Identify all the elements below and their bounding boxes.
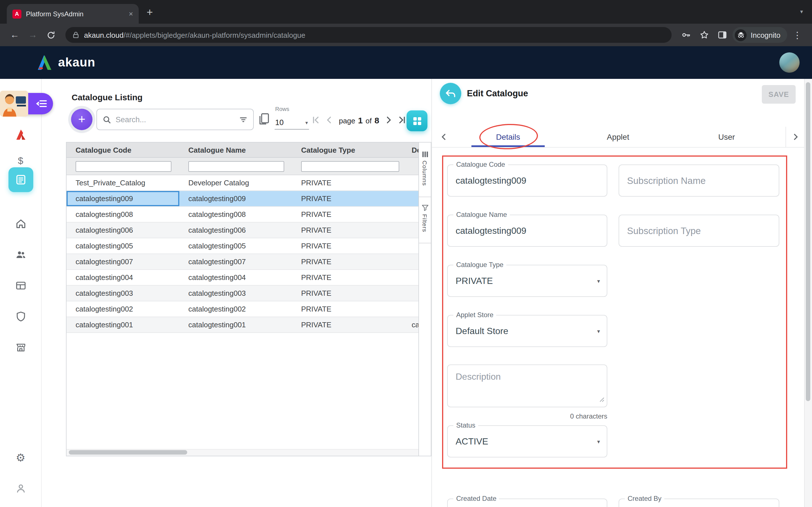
table-row[interactable]: Test_Private_Catalog Developer Catalog P… (66, 175, 431, 191)
sidebar-item-home[interactable] (9, 212, 32, 235)
new-tab-button[interactable]: + (147, 7, 153, 17)
first-page-icon[interactable] (312, 116, 320, 124)
strip-divider (419, 196, 431, 197)
horizontal-scrollbar-thumb[interactable] (69, 450, 187, 455)
add-catalogue-button[interactable]: + (71, 109, 93, 130)
cell-type: PRIVATE (292, 175, 407, 190)
back-nav-icon[interactable]: ← (7, 27, 22, 43)
tab-title: Platform SysAdmin (26, 10, 124, 18)
filter-lines-icon[interactable] (239, 115, 248, 124)
tabs-scroll-right-icon[interactable] (785, 127, 804, 147)
table-row[interactable]: catalogtesting004 catalogtesting004 PRIV… (66, 270, 431, 286)
table-row[interactable]: catalogtesting007 catalogtesting007 PRIV… (66, 254, 431, 270)
sidebar-item-users[interactable] (9, 243, 32, 266)
columns-side-tab[interactable]: Columns (419, 147, 431, 186)
status-select[interactable]: Status ACTIVE ▾ (447, 425, 607, 457)
filter-name-input[interactable] (188, 161, 284, 172)
table-row[interactable]: catalogtesting003 catalogtesting003 PRIV… (66, 286, 431, 301)
filters-label: Filters (421, 214, 428, 232)
cell-name: catalogtesting002 (179, 301, 292, 317)
bookmark-star-icon[interactable] (696, 27, 712, 43)
filter-type-input[interactable] (301, 161, 399, 172)
sidebar-item-security[interactable] (9, 305, 32, 328)
cell-type: PRIVATE (292, 238, 407, 253)
header-catalogue-code[interactable]: Catalogue Code (66, 146, 179, 154)
address-bar[interactable]: akaun.cloud/#/applets/bigledger/akaun-pl… (65, 27, 672, 43)
grid-view-button[interactable] (407, 110, 427, 131)
filter-code-input[interactable] (75, 161, 171, 172)
tab-applet[interactable]: Applet (576, 127, 660, 147)
table-row[interactable]: catalogtesting001 catalogtesting001 PRIV… (66, 317, 431, 333)
catalogue-name-label: Catalogue Name (453, 211, 510, 219)
subscription-type-field[interactable]: Subscription Type (619, 215, 779, 247)
description-textarea[interactable]: Description (447, 364, 607, 407)
cell-name: Developer Catalog (179, 175, 292, 190)
table-row[interactable]: catalogtesting006 catalogtesting006 PRIV… (66, 223, 431, 238)
incognito-badge[interactable]: Incognito (732, 27, 787, 43)
cell-name: catalogtesting004 (179, 270, 292, 285)
save-button[interactable]: SAVE (762, 85, 796, 104)
table-row[interactable]: catalogtesting005 catalogtesting005 PRIV… (66, 238, 431, 254)
chevron-down-icon: ▾ (597, 328, 600, 334)
reload-icon[interactable] (43, 27, 59, 43)
tab-close-icon[interactable]: × (129, 10, 133, 17)
catalogue-code-field[interactable]: Catalogue Code catalogtesting009 (447, 165, 607, 196)
table-row[interactable]: catalogtesting002 catalogtesting002 PRIV… (66, 301, 431, 317)
status-label: Status (453, 421, 478, 429)
tab-user[interactable]: User (686, 127, 767, 147)
app-sidebar: $ (0, 79, 42, 507)
tabs-scroll-left-icon[interactable] (437, 127, 451, 147)
sidebar-item-catalogue-active[interactable] (8, 167, 33, 192)
catalogue-list-icon (15, 174, 26, 185)
horizontal-scrollbar-track[interactable] (66, 449, 418, 456)
assistant-avatar (0, 91, 28, 117)
subscription-name-field[interactable]: Subscription Name (619, 165, 779, 196)
created-by-field[interactable]: Created By (619, 499, 779, 507)
editor-title: Edit Catalogue (467, 89, 528, 99)
table-row-selected[interactable]: catalogtesting009 catalogtesting009 PRIV… (66, 191, 431, 207)
side-panel-icon[interactable] (714, 27, 730, 43)
catalogue-type-select[interactable]: Catalogue Type PRIVATE ▾ (447, 265, 607, 297)
cell-type: PRIVATE (292, 207, 407, 222)
resize-handle-icon[interactable] (599, 394, 605, 404)
vertical-scrollbar-thumb[interactable] (806, 82, 810, 401)
created-date-label: Created Date (453, 495, 499, 503)
browser-menu-icon[interactable]: ⋮ (790, 27, 805, 43)
sidebar-item-cards[interactable] (9, 274, 32, 297)
sidebar-item-profile[interactable] (9, 477, 32, 500)
applet-store-label: Applet Store (453, 311, 496, 319)
sidebar-item-settings[interactable]: ⚙ (9, 446, 32, 469)
pagination: page 1 of 8 (312, 113, 406, 127)
tab-search-chevron-icon[interactable]: ▾ (800, 8, 803, 15)
sidebar-item-applet-red[interactable] (9, 123, 32, 146)
floating-assistant-widget[interactable] (0, 91, 53, 117)
header-catalogue-type[interactable]: Catalogue Type (292, 146, 407, 154)
created-date-field[interactable]: Created Date (447, 499, 607, 507)
filters-side-tab[interactable]: Filters (419, 201, 431, 232)
search-icon (103, 115, 111, 124)
next-page-icon[interactable] (385, 116, 393, 124)
user-avatar[interactable] (779, 52, 800, 73)
catalogue-code-label: Catalogue Code (453, 161, 508, 168)
back-button[interactable] (440, 83, 461, 104)
key-icon[interactable] (678, 27, 694, 43)
person-icon (15, 483, 26, 494)
sidebar-item-store[interactable] (9, 336, 32, 359)
search-input[interactable] (116, 115, 235, 124)
applet-store-value: Default Store (456, 326, 508, 336)
rows-per-page-select[interactable]: Rows 10 ▾ (274, 106, 309, 129)
cell-code: catalogtesting001 (66, 317, 179, 332)
catalogue-name-field[interactable]: Catalogue Name catalogtesting009 (447, 215, 607, 247)
table-row[interactable]: catalogtesting008 catalogtesting008 PRIV… (66, 207, 431, 223)
browser-tab[interactable]: A Platform SysAdmin × (7, 4, 139, 24)
cell-name: catalogtesting008 (179, 207, 292, 222)
lock-icon (72, 31, 80, 39)
forward-nav-icon[interactable]: → (25, 27, 41, 43)
prev-page-icon[interactable] (325, 116, 333, 124)
last-page-icon[interactable] (398, 116, 406, 124)
header-catalogue-name[interactable]: Catalogue Name (179, 146, 292, 154)
cell-code: catalogtesting005 (66, 238, 179, 253)
applet-store-select[interactable]: Applet Store Default Store ▾ (447, 315, 607, 347)
duplicate-pages-icon[interactable] (257, 112, 271, 129)
subscription-type-placeholder: Subscription Type (627, 225, 701, 236)
